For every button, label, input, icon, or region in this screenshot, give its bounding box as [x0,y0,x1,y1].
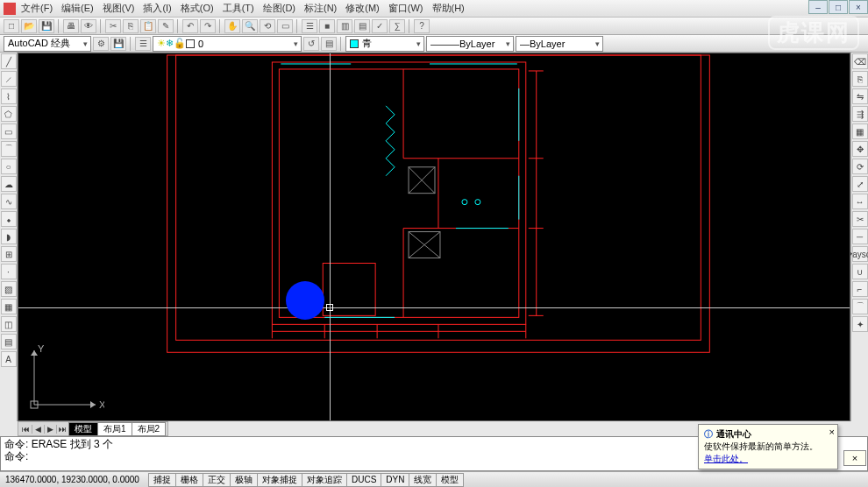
erase-icon[interactable]: ⌫ [852,53,868,69]
tab-layout2[interactable]: 布局2 [132,422,167,436]
hatch-icon[interactable]: ▧ [1,281,17,297]
trim-icon[interactable]: ✂ [852,211,868,227]
copy-icon[interactable]: ⎘ [852,71,868,87]
ellipsearc-icon[interactable]: ◗ [1,229,17,244]
point-icon[interactable]: · [1,264,17,279]
props-icon[interactable]: ☰ [302,19,317,33]
stretch-icon[interactable]: ↔ [852,194,868,209]
polygon-icon[interactable]: ⬠ [1,106,17,122]
ellipse-icon[interactable]: ⬥ [1,211,17,227]
circle-icon[interactable]: ○ [1,159,17,174]
toggle-snap[interactable]: 捕捉 [148,473,176,487]
layer-prev-icon[interactable]: ↺ [303,37,319,51]
cut-icon[interactable]: ✂ [105,19,121,33]
linetype-dropdown[interactable]: ——— ByLayer [426,36,514,52]
markup-icon[interactable]: ✓ [372,19,388,33]
coordinates-readout[interactable]: 136470.0000, 19230.0000, 0.0000 [0,475,149,484]
menu-dimension[interactable]: 标注(N) [304,2,337,15]
toggle-ortho[interactable]: 正交 [203,473,231,487]
paste-icon[interactable]: 📋 [140,19,156,33]
fillet-icon[interactable]: ⌒ [852,299,868,314]
help-icon[interactable]: ? [414,19,430,33]
break-icon[interactable]: �ayson [852,246,868,262]
drawing-area[interactable]: X Y [18,53,850,421]
zoom-rt-icon[interactable]: 🔍 [242,19,258,33]
menu-edit[interactable]: 编辑(E) [61,2,94,15]
block-icon[interactable]: ⊞ [1,246,17,262]
menu-insert[interactable]: 插入(I) [143,2,171,15]
menu-view[interactable]: 视图(V) [103,2,135,15]
mirror-icon[interactable]: ⇋ [852,88,868,104]
arc-icon[interactable]: ⌒ [1,141,17,157]
sheet-icon[interactable]: ▤ [354,19,370,33]
toggle-polar[interactable]: 极轴 [230,473,258,487]
menu-modify[interactable]: 修改(M) [345,2,380,15]
layer-props-icon[interactable]: ☰ [135,37,151,51]
join-icon[interactable]: ∪ [852,264,868,279]
new-icon[interactable]: □ [4,19,19,33]
rotate-icon[interactable]: ⟳ [852,159,868,174]
extend-icon[interactable]: ─ [852,229,868,244]
mtext-icon[interactable]: A [1,351,17,367]
zoom-win-icon[interactable]: ▭ [277,19,293,33]
tab-model[interactable]: 模型 [68,422,98,436]
tool-pal-icon[interactable]: ▥ [337,19,352,33]
toggle-model[interactable]: 模型 [436,473,464,487]
maximize-button[interactable]: □ [829,0,848,14]
region-icon[interactable]: ◫ [1,316,17,332]
chamfer-icon[interactable]: ⌐ [852,281,868,297]
open-icon[interactable]: 📂 [21,19,37,33]
menu-window[interactable]: 窗口(W) [388,2,423,15]
move-icon[interactable]: ✥ [852,141,868,157]
tab-prev-icon[interactable]: ◀ [32,425,45,434]
menu-tools[interactable]: 工具(T) [223,2,254,15]
layer-dropdown[interactable]: ☀❄🔓 0 [153,36,302,52]
workspace-dropdown[interactable]: AutoCAD 经典 [4,36,91,52]
array-icon[interactable]: ▦ [852,124,868,139]
redo-icon[interactable]: ↷ [200,19,216,33]
toggle-otrack[interactable]: 对象追踪 [302,473,347,487]
print-icon[interactable]: 🖶 [63,19,79,33]
tab-last-icon[interactable]: ⏭ [57,425,69,434]
save-icon[interactable]: 💾 [39,19,54,33]
ws-settings-icon[interactable]: ⚙ [93,37,109,51]
layer-state-icon[interactable]: ▤ [321,37,337,51]
xline-icon[interactable]: ⟋ [1,71,17,87]
menu-format[interactable]: 格式(O) [181,2,214,15]
menu-help[interactable]: 帮助(H) [432,2,465,15]
notification-close-icon[interactable]: × [829,427,835,437]
dcenter-icon[interactable]: ■ [319,19,335,33]
menu-draw[interactable]: 绘图(D) [263,2,295,15]
toggle-ducs[interactable]: DUCS [346,473,381,487]
menu-file[interactable]: 文件(F) [21,2,53,15]
gradient-icon[interactable]: ▦ [1,299,17,314]
ws-save-icon[interactable]: 💾 [110,37,126,51]
pan-icon[interactable]: ✋ [224,19,240,33]
minimize-button[interactable]: – [808,0,828,14]
scale-icon[interactable]: ⤢ [852,176,868,192]
explode-icon[interactable]: ✦ [852,316,868,332]
notification-tray-icon[interactable]: × [843,450,866,466]
undo-icon[interactable]: ↶ [182,19,198,33]
plot-preview-icon[interactable]: 👁 [81,19,96,33]
copy-clip-icon[interactable]: ⎘ [123,19,139,33]
pline-icon[interactable]: ⌇ [1,88,17,104]
lineweight-dropdown[interactable]: — ByLayer [516,36,603,52]
toggle-osnap[interactable]: 对象捕捉 [257,473,302,487]
rectangle-icon[interactable]: ▭ [1,124,17,139]
line-icon[interactable]: ╱ [1,53,17,69]
spline-icon[interactable]: ∿ [1,194,17,209]
notification-link[interactable]: 单击此处。 [704,454,748,463]
revcloud-icon[interactable]: ☁ [1,176,17,192]
tab-next-icon[interactable]: ▶ [45,425,57,434]
table-icon[interactable]: ▤ [1,334,17,349]
match-icon[interactable]: ✎ [158,19,174,33]
toggle-dyn[interactable]: DYN [381,473,409,487]
drawing-canvas[interactable] [18,53,850,420]
calc-icon[interactable]: ∑ [389,19,405,33]
zoom-prev-icon[interactable]: ⟲ [260,19,275,33]
close-button[interactable]: × [849,0,868,14]
toggle-grid[interactable]: 栅格 [175,473,203,487]
offset-icon[interactable]: ⇶ [852,106,868,122]
tab-layout1[interactable]: 布局1 [97,422,132,436]
